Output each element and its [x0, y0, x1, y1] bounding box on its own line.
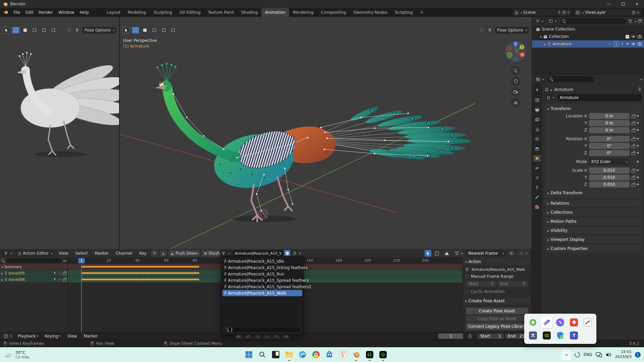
lock-icon[interactable] — [632, 144, 635, 148]
object-name-field[interactable]: Armature — [558, 94, 641, 101]
disable-render-camera-icon[interactable] — [638, 35, 642, 38]
channel-bone006[interactable]: bone006 ✓ — [0, 276, 67, 282]
expand-icon[interactable] — [540, 34, 542, 39]
toggle-ortho-button[interactable] — [511, 98, 520, 107]
lock-icon[interactable] — [632, 121, 635, 125]
tab-shading[interactable]: Shading — [237, 8, 261, 17]
tab-viewlayer-icon[interactable] — [533, 116, 541, 123]
channel-bone005[interactable]: bone005 ✓ — [0, 270, 67, 276]
outliner-display-mode[interactable] — [534, 18, 545, 24]
viewport-secondary[interactable]: Pose Mode Global X Pose Options — [0, 17, 119, 249]
viewport-display-panel[interactable]: Viewport Display — [545, 236, 641, 243]
custom-properties-panel[interactable]: Custom Properties — [545, 245, 641, 252]
nvidia-icon[interactable] — [541, 330, 552, 341]
tab-texture-icon[interactable] — [533, 204, 541, 210]
action-panel-header[interactable]: Action:::: — [463, 258, 531, 266]
tab-render-icon[interactable] — [533, 97, 541, 103]
maximize-button[interactable] — [616, 0, 630, 8]
tab-uv-editing[interactable]: UV Editing — [176, 8, 204, 17]
animate-dot[interactable] — [637, 122, 639, 124]
lock-icon[interactable] — [632, 151, 635, 155]
current-frame-field[interactable]: 1 — [438, 333, 463, 339]
properties-options-dropdown[interactable] — [640, 77, 642, 82]
action-name-field[interactable]: Armature|Peacock_A15_Walk — [233, 250, 283, 256]
rotation-mode-select[interactable]: XYZ Euler — [589, 159, 630, 165]
scale-z-field[interactable]: 0.010 — [589, 182, 630, 188]
game-app-1-icon[interactable] — [365, 350, 374, 359]
expand-icon[interactable] — [544, 42, 546, 46]
create-pose-asset-button[interactable]: Create Pose Asset — [466, 308, 528, 314]
create-pose-asset-panel-header[interactable]: Create Pose Asset:::: — [463, 297, 531, 305]
scene-selector[interactable]: Scene ✕ — [513, 9, 572, 16]
new-collection-icon[interactable] — [638, 19, 642, 23]
tab-rendering[interactable]: Rendering — [289, 8, 317, 17]
blender-menu-icon[interactable] — [3, 10, 9, 15]
copy-icon[interactable] — [562, 11, 566, 14]
lock-icon[interactable] — [632, 128, 635, 132]
rotation-y-field[interactable]: 0° — [589, 143, 630, 149]
outliner-row-collection[interactable]: Collection ✓ — [532, 33, 644, 40]
animate-dot[interactable] — [637, 176, 639, 178]
channel-search[interactable]: ↔ — [0, 258, 67, 264]
select-mode-invert-button[interactable] — [40, 27, 48, 34]
sync-tray-icon[interactable] — [574, 352, 580, 358]
tweak-tool-button[interactable] — [3, 27, 10, 34]
tab-physics-icon[interactable] — [533, 165, 541, 171]
remove-viewlayer-icon[interactable]: ✕ — [637, 10, 640, 15]
editor-type-button[interactable] — [2, 250, 14, 257]
channel-enable-checkbox[interactable]: ✓ — [58, 278, 61, 281]
cyclic-animation-checkbox[interactable] — [465, 290, 469, 294]
outliner-row-armature[interactable]: Armature — [532, 40, 644, 48]
dropdown-item-selected[interactable]: F Armature|Peacock_A15_Walk — [222, 290, 302, 296]
only-errors-toggle[interactable] — [442, 250, 451, 257]
channel-lock-icon[interactable] — [63, 271, 66, 275]
unikey-icon[interactable]: U IR — [338, 350, 347, 359]
weather-widget[interactable]: 30°C Có mây — [4, 350, 30, 359]
snap-mode-select[interactable]: Nearest Frame — [466, 250, 506, 256]
pin-icon[interactable] — [558, 11, 561, 14]
pin-icon[interactable] — [638, 88, 641, 92]
filter-button[interactable] — [453, 250, 465, 257]
select-mode-invert-button[interactable] — [160, 27, 167, 34]
channel-summary[interactable]: Summary — [0, 264, 67, 270]
viewport-main[interactable]: Pose Mode View Select Pose Global — [120, 17, 532, 249]
animate-dot[interactable] — [637, 161, 639, 162]
menu-playback[interactable]: Playback — [15, 333, 41, 340]
unlink-action-button[interactable]: ✕ — [299, 251, 302, 256]
tab-compositing[interactable]: Compositing — [317, 8, 350, 17]
bone006-keyframes[interactable] — [81, 276, 199, 282]
dropdown-item[interactable]: F Armature|Peacock_A15_Run — [222, 271, 302, 277]
expand-search-icon[interactable]: ↔ — [63, 259, 66, 263]
new-action-button[interactable] — [291, 250, 298, 257]
tab-sculpting[interactable]: Sculpting — [150, 8, 176, 17]
menu-view[interactable]: View — [56, 249, 71, 257]
modifier-wrench-icon[interactable] — [53, 278, 56, 281]
dark-app-icon[interactable] — [271, 350, 280, 359]
fake-user-toggle[interactable] — [284, 250, 290, 257]
browse-action-button[interactable] — [220, 250, 232, 257]
animate-dot[interactable] — [637, 115, 639, 117]
menu-marker[interactable]: Marker — [92, 249, 111, 257]
dropdown-item[interactable]: F Armature|Peacock_A15_Idle — [222, 258, 302, 264]
tab-layout[interactable]: Layout — [103, 8, 124, 17]
breadcrumb-object[interactable]: Armature — [554, 87, 573, 92]
select-mode-subtract-button[interactable] — [151, 27, 158, 34]
game-app-2-icon[interactable] — [379, 350, 387, 359]
select-mode-box-button[interactable] — [12, 27, 19, 34]
menu-select[interactable]: Select — [72, 249, 90, 257]
location-x-field[interactable]: 0 m — [589, 113, 630, 119]
lock-icon[interactable] — [632, 168, 635, 172]
store-icon[interactable] — [325, 350, 334, 359]
lock-icon[interactable] — [632, 175, 635, 179]
object-id-icon[interactable] — [545, 94, 556, 101]
red-app-icon[interactable] — [568, 317, 580, 328]
menu-key[interactable]: Key — [137, 249, 149, 257]
push-down-button[interactable]: Push Down — [168, 250, 200, 257]
pose-options-popover[interactable]: Pose Options — [83, 27, 116, 34]
tab-collection-icon[interactable] — [533, 145, 541, 152]
network-cast-icon[interactable] — [596, 352, 602, 357]
collapse-icon[interactable] — [547, 106, 549, 111]
dropdown-item[interactable]: F Armature|Peacock_A15_Spread feathers2 — [222, 283, 302, 290]
select-mode-box-button[interactable] — [132, 27, 139, 34]
frame-end-field[interactable]: End0 — [498, 281, 528, 287]
